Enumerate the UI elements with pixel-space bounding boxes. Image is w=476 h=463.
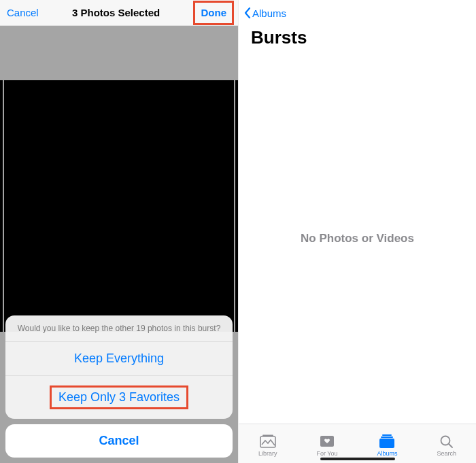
tab-search[interactable]: Search — [437, 434, 456, 457]
nav-title: 3 Photos Selected — [72, 7, 160, 18]
tab-library[interactable]: Library — [258, 434, 277, 457]
svg-rect-4 — [381, 436, 393, 438]
keep-favorites-label: Keep Only 3 Favorites — [58, 390, 180, 404]
done-button-highlight: Done — [193, 1, 234, 25]
navbar: Albums — [239, 0, 476, 26]
action-sheet-cancel-button[interactable]: Cancel — [5, 424, 233, 458]
keep-favorites-highlight: Keep Only 3 Favorites — [50, 385, 188, 409]
photo-preview-area: Would you like to keep the other 19 phot… — [0, 26, 238, 463]
svg-rect-1 — [262, 434, 273, 436]
bursts-album-screen: Albums Bursts No Photos or Videos Librar… — [238, 0, 476, 463]
svg-rect-3 — [382, 434, 392, 436]
cancel-button[interactable]: Cancel — [7, 7, 39, 18]
tab-label: Albums — [377, 450, 397, 457]
keep-favorites-row[interactable]: Keep Only 3 Favorites — [5, 376, 233, 419]
action-sheet-prompt: Would you like to keep the other 19 phot… — [5, 315, 233, 342]
tab-label: For You — [316, 450, 337, 457]
back-button[interactable]: Albums — [244, 7, 286, 19]
burst-selection-screen: Cancel 3 Photos Selected Done Would you … — [0, 0, 238, 463]
tab-label: Library — [258, 450, 277, 457]
action-sheet: Would you like to keep the other 19 phot… — [5, 315, 233, 458]
page-title: Bursts — [239, 26, 476, 54]
svg-rect-5 — [379, 439, 394, 448]
back-label: Albums — [252, 7, 286, 19]
action-sheet-group: Would you like to keep the other 19 phot… — [5, 315, 233, 419]
tab-for-you[interactable]: For You — [316, 434, 337, 457]
albums-icon — [378, 434, 396, 449]
for-you-icon — [318, 434, 336, 449]
search-icon — [438, 434, 456, 449]
empty-state-message: No Photos or Videos — [239, 54, 476, 424]
library-icon — [259, 434, 277, 449]
chevron-left-icon — [244, 7, 251, 18]
done-button[interactable]: Done — [201, 7, 226, 18]
tab-albums[interactable]: Albums — [377, 434, 397, 457]
svg-line-7 — [449, 444, 452, 447]
svg-rect-0 — [260, 436, 275, 447]
keep-everything-button[interactable]: Keep Everything — [5, 342, 233, 376]
navbar: Cancel 3 Photos Selected Done — [0, 0, 238, 26]
tab-label: Search — [437, 450, 456, 457]
home-indicator[interactable] — [320, 458, 395, 460]
